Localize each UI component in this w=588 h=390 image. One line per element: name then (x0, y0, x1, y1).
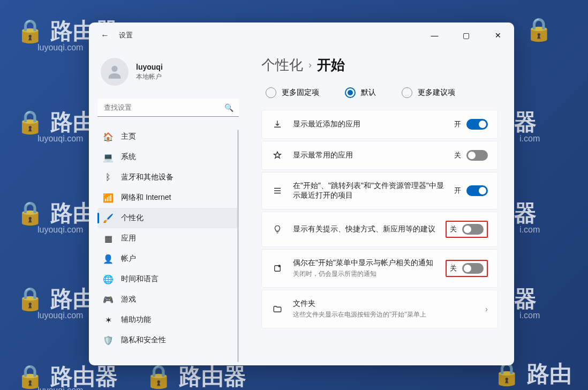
sidebar: luyouqi 本地帐户 🔍 🏠主页💻系统ᛒ蓝牙和其他设备📶网络和 Intern… (89, 48, 247, 365)
close-button[interactable]: ✕ (486, 27, 510, 44)
nav-icon: 🛡️ (103, 335, 114, 346)
setting-card-0[interactable]: 显示最近添加的应用 开 (261, 110, 498, 139)
nav-icon: 🌐 (103, 274, 114, 284)
profile-section[interactable]: luyouqi 本地帐户 (97, 52, 239, 95)
nav-item-8[interactable]: 🎮游戏 (97, 289, 239, 310)
nav-icon: ᛒ (103, 172, 114, 183)
nav-label: 游戏 (121, 295, 136, 304)
star-icon (272, 151, 283, 160)
nav-label: 应用 (121, 234, 136, 243)
search-box: 🔍 (97, 99, 239, 117)
radio-icon (402, 87, 412, 98)
card-title: 显示最常用的应用 (293, 151, 444, 160)
card-title: 显示有关提示、快捷方式、新应用等的建议 (293, 224, 436, 234)
nav-icon: 🏠 (103, 131, 114, 142)
card-title: 显示最近添加的应用 (293, 119, 444, 129)
setting-card-1[interactable]: 显示最常用的应用 关 (261, 141, 498, 170)
card-title: 在"开始"、"跳转列表"和"文件资源管理器"中显示最近打开的项目 (293, 181, 444, 200)
bell-icon (272, 264, 283, 273)
toggle-state-label: 开 (454, 186, 461, 196)
toggle-state-label: 关 (450, 224, 457, 234)
nav-label: 个性化 (121, 213, 144, 223)
nav-item-9[interactable]: ✶辅助功能 (97, 310, 239, 330)
radio-option-1[interactable]: 默认 (345, 87, 376, 98)
toggle-state-label: 关 (450, 264, 457, 273)
settings-cards: 显示最近添加的应用 开 显示最常用的应用 关 在"开始"、"跳转列表"和"文件资… (261, 110, 498, 328)
search-icon: 🔍 (224, 103, 233, 112)
breadcrumb-separator: › (308, 59, 312, 71)
profile-name: luyouqi (136, 63, 163, 71)
search-input[interactable] (97, 99, 239, 117)
radio-icon (266, 87, 276, 98)
setting-card-5[interactable]: 文件夹 这些文件夹显示在电源按钮旁边的"开始"菜单上 › (261, 290, 498, 328)
titlebar: ← 设置 — ▢ ✕ (89, 22, 514, 48)
list-icon (272, 186, 283, 196)
nav-item-4[interactable]: 🖌️个性化 (97, 208, 239, 228)
radio-option-0[interactable]: 更多固定项 (266, 87, 319, 98)
toggle-switch[interactable] (462, 224, 484, 235)
breadcrumb: 个性化 › 开始 (261, 52, 498, 84)
avatar (101, 58, 129, 86)
window-controls: — ▢ ✕ (423, 27, 510, 44)
toggle-wrap: 开 (454, 119, 488, 130)
toggle-switch[interactable] (466, 150, 488, 161)
radio-label: 更多固定项 (282, 88, 319, 98)
download-icon (272, 119, 283, 129)
bulb-icon (272, 224, 283, 234)
nav-label: 蓝牙和其他设备 (121, 172, 174, 182)
setting-card-3[interactable]: 显示有关提示、快捷方式、新应用等的建议 关 (261, 212, 498, 247)
nav-label: 帐户 (121, 254, 136, 264)
radio-label: 更多建议项 (418, 88, 455, 98)
card-title: 偶尔在"开始"菜单中显示与帐户相关的通知 (293, 258, 436, 268)
nav-label: 网络和 Internet (121, 193, 171, 202)
nav-list: 🏠主页💻系统ᛒ蓝牙和其他设备📶网络和 Internet🖌️个性化▦应用👤帐户🌐时… (97, 126, 239, 365)
nav-item-3[interactable]: 📶网络和 Internet (97, 188, 239, 208)
toggle-wrap: 关 (446, 221, 488, 238)
toggle-switch[interactable] (462, 263, 484, 274)
radio-icon (345, 87, 356, 98)
nav-label: 时间和语言 (121, 274, 159, 284)
nav-item-10[interactable]: 🛡️隐私和安全性 (97, 330, 239, 350)
minimize-button[interactable]: — (423, 27, 447, 44)
nav-icon: 💻 (103, 152, 114, 162)
setting-card-2[interactable]: 在"开始"、"跳转列表"和"文件资源管理器"中显示最近打开的项目 开 (261, 172, 498, 209)
svg-point-2 (278, 265, 281, 267)
profile-type: 本地帐户 (136, 72, 163, 81)
settings-window: ← 设置 — ▢ ✕ luyouqi 本地帐户 🔍 🏠主页💻系统ᛒ蓝牙 (89, 22, 514, 365)
nav-icon: 👤 (103, 253, 114, 264)
toggle-state-label: 关 (454, 151, 461, 160)
folder-icon (272, 304, 283, 314)
setting-card-4[interactable]: 偶尔在"开始"菜单中显示与帐户相关的通知 关闭时，仍会显示所需的通知 关 (261, 249, 498, 288)
card-subtitle: 这些文件夹显示在电源按钮旁边的"开始"菜单上 (293, 310, 472, 319)
nav-icon: 📶 (103, 192, 114, 203)
nav-icon: ✶ (103, 314, 114, 325)
nav-label: 主页 (121, 132, 136, 141)
nav-item-7[interactable]: 🌐时间和语言 (97, 269, 239, 289)
nav-item-0[interactable]: 🏠主页 (97, 126, 239, 147)
radio-option-2[interactable]: 更多建议项 (402, 87, 455, 98)
toggle-wrap: 关 (446, 260, 488, 277)
nav-icon: 🖌️ (103, 213, 114, 223)
radio-label: 默认 (361, 88, 376, 98)
maximize-button[interactable]: ▢ (454, 27, 478, 44)
toggle-wrap: 关 (454, 150, 488, 161)
breadcrumb-current: 开始 (317, 56, 345, 74)
nav-label: 隐私和安全性 (121, 335, 166, 345)
nav-item-2[interactable]: ᛒ蓝牙和其他设备 (97, 167, 239, 188)
window-title: 设置 (119, 31, 133, 40)
nav-icon: ▦ (103, 233, 114, 244)
nav-label: 系统 (121, 152, 136, 162)
back-button[interactable]: ← (96, 27, 114, 44)
nav-item-6[interactable]: 👤帐户 (97, 249, 239, 269)
breadcrumb-parent[interactable]: 个性化 (261, 56, 303, 74)
nav-label: 辅助功能 (121, 315, 151, 325)
card-title: 文件夹 (293, 299, 472, 309)
card-subtitle: 关闭时，仍会显示所需的通知 (293, 269, 436, 279)
toggle-switch[interactable] (466, 185, 488, 196)
chevron-right-icon: › (485, 305, 488, 313)
toggle-switch[interactable] (466, 119, 488, 130)
nav-item-5[interactable]: ▦应用 (97, 228, 239, 249)
main-content: 个性化 › 开始 更多固定项默认更多建议项 显示最近添加的应用 开 显示最常用的… (247, 48, 514, 365)
nav-item-1[interactable]: 💻系统 (97, 147, 239, 167)
nav-icon: 🎮 (103, 294, 114, 305)
